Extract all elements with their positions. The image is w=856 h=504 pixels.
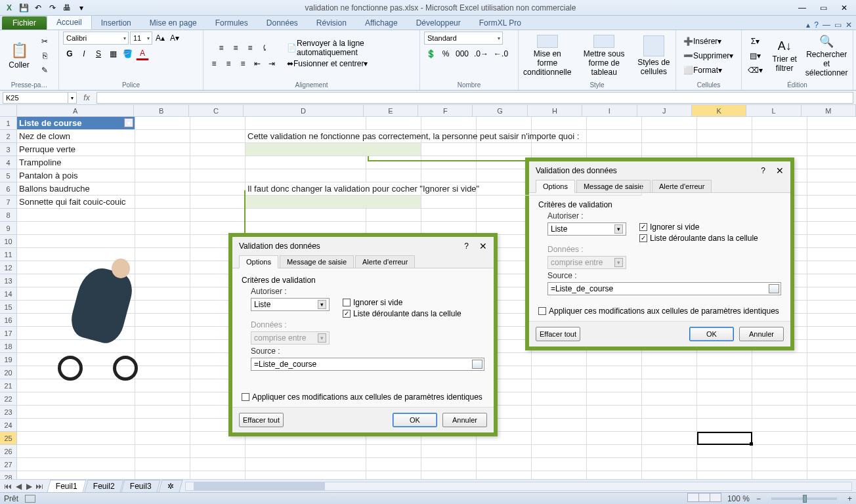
row-header[interactable]: 24 (0, 419, 17, 432)
sheet-tab-3[interactable]: Feuil3 (121, 480, 161, 492)
name-box[interactable]: K25 (3, 92, 68, 104)
increase-font-icon[interactable]: A▴ (154, 32, 167, 45)
macro-record-icon[interactable] (25, 495, 35, 503)
cell[interactable] (807, 130, 856, 143)
cell[interactable] (642, 366, 697, 379)
save-icon[interactable]: 💾 (17, 2, 30, 14)
cell[interactable] (587, 445, 642, 458)
cell[interactable] (135, 222, 190, 235)
cell[interactable] (752, 419, 807, 432)
row-header[interactable]: 8 (0, 209, 17, 222)
row-header[interactable]: 5 (0, 169, 17, 182)
cell[interactable] (246, 445, 366, 458)
fill-color-icon[interactable]: 🪣 (121, 47, 135, 60)
range-selector-icon[interactable] (769, 284, 779, 293)
cell[interactable] (807, 182, 856, 196)
cell[interactable] (807, 261, 856, 274)
row-header[interactable]: 13 (0, 274, 17, 287)
cell[interactable] (477, 445, 532, 458)
cell[interactable] (190, 458, 246, 471)
cell[interactable] (135, 143, 190, 156)
cell[interactable] (642, 419, 697, 432)
excel-icon[interactable]: X (3, 2, 16, 14)
cell[interactable] (135, 209, 190, 222)
row-header[interactable]: 18 (0, 340, 17, 353)
redo-icon[interactable]: ↷ (46, 2, 59, 14)
dialog-tab-error-alert[interactable]: Alerte d'erreur (652, 180, 712, 193)
conditional-formatting-button[interactable]: Mise en forme conditionnelle (523, 34, 572, 77)
cell[interactable] (752, 392, 807, 406)
cell[interactable]: Ballons baudruche (17, 182, 135, 196)
column-header[interactable]: G (473, 105, 527, 116)
cell[interactable] (752, 432, 807, 445)
tab-file[interactable]: Fichier (2, 16, 47, 30)
row-header[interactable]: 12 (0, 261, 17, 274)
cell[interactable] (697, 458, 752, 471)
row-header[interactable]: 22 (0, 392, 17, 406)
bold-button[interactable]: G (63, 47, 76, 60)
tab-formxl[interactable]: FormXL Pro (470, 16, 530, 30)
cell[interactable]: Il faut donc changer la validation pour … (246, 182, 642, 196)
allow-select[interactable]: Liste (251, 298, 330, 311)
cell[interactable] (135, 182, 190, 196)
dialog-close-icon[interactable]: ✕ (776, 165, 784, 176)
select-all-button[interactable] (0, 105, 17, 116)
align-top-icon[interactable]: ≡ (215, 41, 228, 54)
borders-icon[interactable]: ▦ (106, 47, 119, 60)
cell[interactable] (190, 445, 246, 458)
align-left-icon[interactable]: ≡ (207, 57, 221, 70)
cell[interactable] (752, 458, 807, 471)
cell[interactable] (807, 432, 856, 445)
cell[interactable] (752, 353, 807, 366)
cell[interactable] (190, 196, 246, 209)
cell[interactable] (532, 143, 587, 156)
workbook-restore-icon[interactable]: ▭ (834, 20, 842, 30)
tab-home[interactable]: Accueil (47, 15, 92, 30)
zoom-slider[interactable] (771, 497, 837, 500)
cell[interactable] (246, 143, 421, 156)
cell[interactable] (752, 445, 807, 458)
print-icon[interactable]: 🖶 (60, 2, 74, 14)
row-header[interactable]: 4 (0, 156, 17, 169)
cell[interactable] (752, 406, 807, 419)
row-header[interactable]: 17 (0, 327, 17, 340)
cell[interactable] (246, 169, 366, 182)
cell[interactable] (190, 143, 246, 156)
row-header[interactable]: 21 (0, 379, 17, 392)
dialog-help-icon[interactable]: ? (464, 242, 469, 251)
cell[interactable] (697, 445, 752, 458)
cell[interactable] (807, 287, 856, 301)
cell[interactable] (587, 419, 642, 432)
comma-icon[interactable]: 000 (454, 47, 471, 60)
row-header[interactable]: 15 (0, 301, 17, 314)
sheet-tab-1[interactable]: Feuil1 (47, 480, 86, 492)
cell[interactable] (697, 419, 752, 432)
column-header[interactable]: K (692, 105, 746, 116)
cell[interactable] (752, 117, 807, 130)
cell[interactable] (642, 392, 697, 406)
tab-formulas[interactable]: Formules (206, 16, 257, 30)
row-header[interactable]: 14 (0, 287, 17, 301)
row-header[interactable]: 7 (0, 196, 17, 209)
row-header[interactable]: 9 (0, 222, 17, 235)
cell[interactable] (807, 209, 856, 222)
sheet-nav-last-icon[interactable]: ⏭ (34, 482, 45, 491)
ok-button[interactable]: OK (689, 327, 734, 341)
zoom-out-icon[interactable]: − (756, 494, 761, 503)
cell[interactable] (421, 117, 477, 130)
cell[interactable] (532, 458, 587, 471)
number-format-combo[interactable]: Standard (424, 32, 503, 45)
cell[interactable] (532, 445, 587, 458)
source-input[interactable]: =Liste_de_course (547, 282, 781, 295)
sheet-nav-first-icon[interactable]: ⏮ (3, 482, 13, 491)
column-header[interactable]: F (418, 105, 473, 116)
cell[interactable] (421, 196, 477, 209)
cell[interactable] (532, 353, 587, 366)
cell[interactable] (135, 406, 190, 419)
cell[interactable] (246, 209, 366, 222)
cell[interactable] (807, 248, 856, 261)
cell[interactable] (366, 445, 421, 458)
row-header[interactable]: 26 (0, 445, 17, 458)
cell[interactable] (190, 130, 246, 143)
column-header[interactable]: M (802, 105, 856, 116)
